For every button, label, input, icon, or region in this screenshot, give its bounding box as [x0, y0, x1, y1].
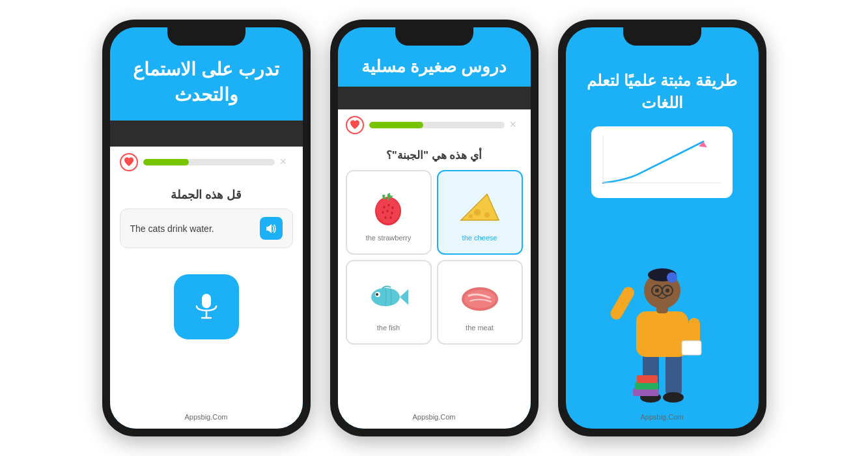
notch2	[395, 27, 473, 46]
cell-meat[interactable]: the meat	[437, 260, 523, 345]
teacher-svg	[597, 246, 727, 416]
notch3	[623, 27, 701, 46]
svg-point-14	[390, 216, 392, 219]
phone1-dark	[110, 121, 303, 147]
svg-point-17	[474, 209, 481, 216]
phone2-title: دروس صغيرة مسلية	[351, 57, 518, 77]
sentence-text: The cats drink water.	[130, 223, 214, 234]
phone2-wrapper: دروس صغيرة مسلية × أي هذه هي "الجبنة"؟	[330, 20, 539, 436]
svg-point-24	[376, 293, 378, 296]
sentence-box: The cats drink water.	[120, 208, 293, 248]
notch1	[167, 27, 245, 46]
question-text: أي هذه هي "الجبنة"؟	[386, 149, 482, 162]
svg-point-18	[484, 212, 490, 218]
phone1-screen: تدرب على الاستماع والتحدث × قل هذه الجمل…	[110, 27, 303, 429]
phone2-screen: دروس صغيرة مسلية × أي هذه هي "الجبنة"؟	[338, 27, 531, 429]
svg-point-8	[388, 204, 390, 207]
heart-icon	[120, 153, 138, 171]
svg-rect-35	[608, 285, 636, 322]
svg-point-41	[667, 272, 677, 283]
phone3-screen: طريقة مثبتة علميًا لتعلم اللغات	[566, 27, 759, 429]
progress-row2: ×	[346, 109, 523, 141]
strawberry-label: the strawberry	[366, 234, 412, 242]
svg-point-46	[665, 289, 669, 292]
strawberry-icon	[366, 184, 412, 230]
close-button[interactable]: ×	[280, 156, 293, 169]
fish-label: the fish	[377, 324, 400, 332]
svg-rect-31	[665, 350, 682, 396]
phone2: دروس صغيرة مسلية × أي هذه هي "الجبنة"؟	[330, 20, 539, 436]
svg-rect-49	[637, 375, 658, 383]
phone1: تدرب على الاستماع والتحدث × قل هذه الجمل…	[102, 20, 311, 436]
chart-area	[591, 126, 733, 198]
cell-strawberry[interactable]: the strawberry	[346, 170, 432, 255]
heart-icon2	[346, 116, 364, 134]
svg-rect-34	[636, 311, 688, 357]
svg-point-19	[469, 214, 473, 218]
svg-point-13	[385, 216, 387, 219]
meat-icon	[457, 274, 503, 320]
phone2-dark	[338, 87, 531, 109]
watermark2: Appsbig.Com	[412, 413, 455, 421]
phone1-content: × قل هذه الجملة The cats drink water.	[110, 147, 303, 429]
speaker-icon	[264, 222, 277, 235]
watermark1: Appsbig.Com	[184, 413, 227, 421]
character-area	[579, 205, 746, 416]
phone3-title: طريقة مثبتة علميًا لتعلم اللغات	[579, 70, 746, 113]
cell-cheese[interactable]: the cheese	[437, 170, 523, 255]
chart-svg	[591, 126, 733, 198]
svg-marker-22	[400, 289, 408, 305]
cheese-label: the cheese	[462, 234, 497, 242]
instruction-text: قل هذه الجملة	[171, 188, 242, 202]
close-button2[interactable]: ×	[510, 119, 523, 132]
svg-point-33	[663, 392, 684, 403]
progress-fill2	[369, 122, 423, 128]
svg-rect-37	[682, 341, 701, 355]
progress-row: ×	[120, 147, 293, 178]
progress-fill	[143, 159, 189, 165]
fish-icon	[366, 274, 412, 320]
svg-point-12	[391, 212, 393, 214]
phone1-title: تدرب على الاستماع والتحدث	[123, 57, 290, 107]
watermark3: Appsbig.Com	[640, 413, 683, 421]
progress-track2	[369, 122, 505, 128]
meat-label: the meat	[466, 324, 494, 332]
speaker-button[interactable]	[260, 217, 283, 240]
phone3-wrapper: طريقة مثبتة علميًا لتعلم اللغات	[558, 20, 766, 436]
cell-fish[interactable]: the fish	[346, 260, 432, 345]
phone1-wrapper: تدرب على الاستماع والتحدث × قل هذه الجمل…	[102, 20, 311, 436]
phone3: طريقة مثبتة علميًا لتعلم اللغات	[558, 20, 766, 436]
phone2-content: × أي هذه هي "الجبنة"؟	[338, 109, 531, 429]
answer-grid: the strawberry	[346, 170, 523, 345]
svg-point-45	[655, 289, 659, 292]
mic-icon	[190, 291, 223, 323]
svg-point-11	[387, 210, 389, 212]
svg-rect-1	[202, 294, 211, 308]
svg-point-10	[382, 211, 384, 214]
cheese-icon	[457, 184, 503, 230]
mic-button[interactable]	[174, 274, 239, 339]
progress-track	[143, 159, 275, 165]
